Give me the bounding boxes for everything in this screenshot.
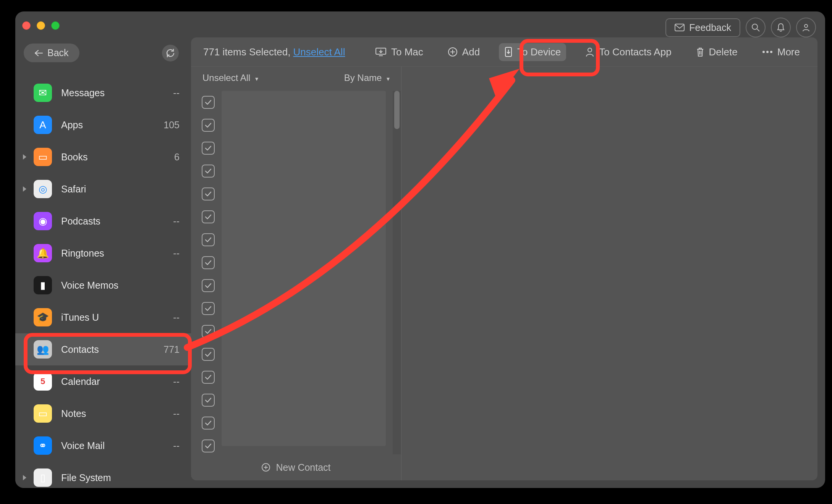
- feedback-button[interactable]: Feedback: [665, 18, 740, 37]
- contact-row[interactable]: [191, 412, 401, 435]
- delete-button[interactable]: Delete: [691, 43, 743, 61]
- sidebar-item-file-system[interactable]: ▯File System: [15, 462, 191, 488]
- messages-icon: ✉︎: [34, 84, 52, 102]
- close-window-button[interactable]: [22, 21, 31, 30]
- row-checkbox[interactable]: [202, 325, 215, 338]
- row-checkbox[interactable]: [202, 165, 215, 178]
- contact-row[interactable]: [191, 320, 401, 343]
- sidebar-item-notes[interactable]: ▭Notes--: [15, 397, 191, 430]
- unselect-all-link[interactable]: Unselect All: [293, 46, 345, 58]
- sidebar-item-apps[interactable]: AApps105: [15, 109, 191, 141]
- refresh-button[interactable]: [162, 45, 179, 61]
- sidebar-item-voice-memos[interactable]: ▮Voice Memos: [15, 269, 191, 301]
- unselect-all-dropdown-label: Unselect All: [202, 73, 250, 83]
- sidebar-item-podcasts[interactable]: ◉Podcasts--: [15, 205, 191, 237]
- itunes-u-icon: 🎓: [34, 308, 52, 326]
- contact-row[interactable]: [191, 297, 401, 320]
- contact-row[interactable]: [191, 160, 401, 183]
- row-checkbox[interactable]: [202, 439, 215, 452]
- row-checkbox[interactable]: [202, 233, 215, 246]
- main-panel: 771 items Selected, Unselect All To Mac …: [191, 37, 817, 480]
- sidebar-item-label: Voice Mail: [61, 440, 173, 451]
- to-contacts-app-button[interactable]: To Contacts App: [580, 43, 677, 61]
- row-checkbox[interactable]: [202, 119, 215, 132]
- refresh-icon: [165, 48, 175, 58]
- contact-row[interactable]: [191, 435, 401, 454]
- row-checkbox[interactable]: [202, 302, 215, 315]
- contacts-rows[interactable]: [191, 91, 401, 454]
- unselect-all-dropdown[interactable]: Unselect All ▾: [202, 73, 258, 83]
- sidebar-item-ringtones[interactable]: 🔔Ringtones--: [15, 237, 191, 269]
- row-checkbox[interactable]: [202, 187, 215, 200]
- back-button[interactable]: Back: [24, 44, 79, 62]
- to-mac-icon: [375, 47, 387, 57]
- sidebar-item-count: 771: [163, 344, 180, 355]
- scrollbar-track[interactable]: [393, 91, 401, 454]
- row-checkbox[interactable]: [202, 210, 215, 223]
- contact-row[interactable]: [191, 91, 401, 114]
- contacts-icon: 👥: [34, 340, 52, 359]
- notes-icon: ▭: [34, 404, 52, 423]
- contact-row[interactable]: [191, 274, 401, 297]
- sort-dropdown[interactable]: By Name ▾: [344, 73, 390, 83]
- contact-row[interactable]: [191, 228, 401, 251]
- sidebar-item-label: Calendar: [61, 376, 173, 387]
- voice-mail-icon: ⚭: [34, 436, 52, 455]
- row-checkbox[interactable]: [202, 279, 215, 292]
- selection-status: 771 items Selected, Unselect All: [203, 46, 356, 58]
- person-outline-icon: [585, 47, 594, 57]
- safari-icon: ◎: [34, 180, 52, 198]
- add-button[interactable]: Add: [442, 43, 485, 61]
- contact-row[interactable]: [191, 389, 401, 412]
- row-checkbox[interactable]: [202, 256, 215, 269]
- row-checkbox[interactable]: [202, 394, 215, 407]
- contact-row[interactable]: [191, 251, 401, 274]
- to-device-button[interactable]: To Device: [499, 43, 566, 61]
- svg-point-14: [766, 51, 769, 53]
- svg-rect-0: [675, 24, 684, 31]
- search-button[interactable]: [746, 18, 766, 37]
- row-checkbox[interactable]: [202, 142, 215, 155]
- sidebar-item-itunes-u[interactable]: 🎓iTunes U--: [15, 301, 191, 333]
- to-mac-label: To Mac: [391, 46, 423, 58]
- contact-row[interactable]: [191, 205, 401, 228]
- notifications-button[interactable]: [771, 18, 791, 37]
- sort-dropdown-label: By Name: [344, 73, 382, 83]
- sidebar-item-messages[interactable]: ✉︎Messages--: [15, 77, 191, 109]
- contact-row[interactable]: [191, 114, 401, 137]
- contact-row[interactable]: [191, 343, 401, 366]
- scrollbar-thumb[interactable]: [394, 91, 400, 129]
- more-button[interactable]: More: [757, 43, 805, 61]
- zoom-window-button[interactable]: [51, 21, 60, 30]
- bell-icon: [777, 23, 785, 32]
- sidebar-item-contacts[interactable]: 👥Contacts771: [15, 333, 191, 365]
- back-row: Back: [15, 38, 191, 69]
- new-contact-button[interactable]: New Contact: [191, 454, 401, 480]
- sidebar-item-safari[interactable]: ◎Safari: [15, 173, 191, 205]
- row-checkbox[interactable]: [202, 96, 215, 109]
- svg-line-2: [757, 29, 759, 31]
- sidebar-item-label: Contacts: [61, 344, 163, 355]
- file-system-icon: ▯: [34, 468, 52, 487]
- minimize-window-button[interactable]: [37, 21, 45, 30]
- to-mac-button[interactable]: To Mac: [370, 43, 429, 61]
- contact-row[interactable]: [191, 366, 401, 389]
- sidebar-item-voice-mail[interactable]: ⚭Voice Mail--: [15, 430, 191, 462]
- arrow-left-icon: [34, 50, 43, 57]
- sidebar-item-calendar[interactable]: 5Calendar--: [15, 365, 191, 397]
- selection-count-text: 771 items Selected,: [203, 46, 293, 58]
- sidebar-item-count: --: [173, 248, 180, 259]
- contact-row[interactable]: [191, 183, 401, 205]
- svg-point-13: [762, 51, 765, 53]
- titlebar-right: Feedback: [665, 18, 816, 37]
- row-checkbox[interactable]: [202, 417, 215, 430]
- sidebar-item-label: iTunes U: [61, 312, 173, 323]
- account-button[interactable]: [796, 18, 816, 37]
- row-checkbox[interactable]: [202, 348, 215, 361]
- svg-point-15: [770, 51, 772, 53]
- contact-row[interactable]: [191, 137, 401, 160]
- row-checkbox[interactable]: [202, 371, 215, 384]
- sidebar-item-count: --: [173, 312, 180, 323]
- sidebar-item-count: --: [173, 87, 180, 99]
- sidebar-item-books[interactable]: ▭Books6: [15, 141, 191, 173]
